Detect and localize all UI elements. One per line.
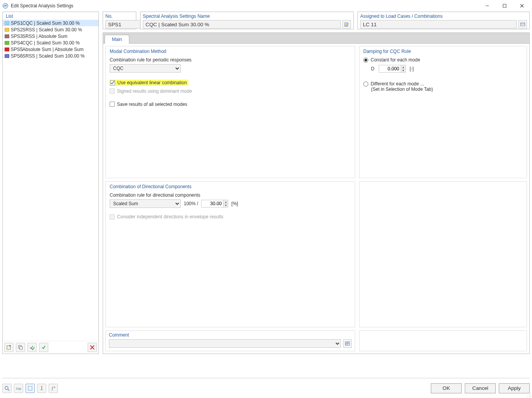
apply-button[interactable]: Apply [499, 383, 530, 393]
list-item[interactable]: SPS3SRSS | Absolute Sum [3, 33, 98, 39]
list-item-desc: CQC | Scaled Sum 30.00 % [22, 40, 97, 46]
assigned-browse-icon[interactable] [518, 20, 527, 29]
new-item-icon[interactable] [4, 343, 14, 352]
ratio-static-label: 100% / [184, 201, 198, 206]
svg-point-14 [530, 393, 531, 394]
close-button[interactable] [513, 0, 530, 11]
svg-point-19 [527, 396, 528, 397]
periodic-rule-select[interactable]: CQC [110, 64, 181, 73]
list-item-code: SPS4 [11, 40, 22, 46]
model-icon[interactable] [37, 384, 46, 393]
delete-icon[interactable] [88, 343, 97, 352]
check-icon[interactable] [39, 343, 48, 352]
assigned-input[interactable] [360, 20, 517, 29]
comment-title: Comment [109, 332, 352, 338]
list-item[interactable]: SPS4CQC | Scaled Sum 30.00 % [3, 39, 98, 46]
damping-different-label: Different for each mode ... [371, 81, 424, 87]
copy-item-icon[interactable] [16, 343, 25, 352]
edit-name-icon[interactable] [342, 20, 351, 29]
svg-rect-11 [28, 386, 32, 390]
directional-group-title: Combination of Directional Components [110, 184, 351, 189]
damping-different-radio[interactable] [363, 82, 368, 87]
spin-down-icon[interactable]: ▼ [223, 204, 228, 208]
list-item[interactable]: SPS6SRSS | Scaled Sum 100.00 % [3, 53, 98, 59]
damping-d-label: D [371, 66, 375, 71]
signed-results-label: Signed results using dominant mode [117, 88, 192, 94]
spin-down-icon[interactable]: ▼ [401, 69, 405, 73]
list-item[interactable]: SPS1CQC | Scaled Sum 30.00 % [3, 20, 98, 26]
modal-group-title: Modal Combination Method [110, 49, 351, 54]
save-modes-checkbox[interactable] [110, 102, 115, 107]
periodic-rule-label: Combination rule for periodic responses [110, 57, 351, 63]
svg-point-8 [5, 386, 8, 389]
svg-text:ƒ: ƒ [51, 386, 54, 391]
app-icon [2, 3, 8, 9]
list-item-code: SPS1 [11, 20, 22, 26]
window-title: Edit Spectral Analysis Settings [11, 3, 73, 9]
ratio-stepper[interactable]: ▲▼ [201, 200, 228, 208]
color-swatch [5, 41, 9, 45]
frame-icon[interactable] [25, 384, 35, 393]
list-item-desc: Absolute Sum | Absolute Sum [22, 47, 97, 52]
comment-combo[interactable] [109, 339, 341, 348]
list-item-code: SPS2 [11, 27, 22, 32]
comment-edit-icon[interactable] [343, 339, 352, 348]
color-swatch [5, 28, 9, 32]
tab-main[interactable]: Main [105, 35, 129, 44]
list-item-desc: SRSS | Absolute Sum [22, 34, 97, 39]
list-item-code: SPS3 [11, 34, 22, 39]
save-modes-label: Save results of all selected modes [117, 102, 187, 107]
ok-button[interactable]: OK [431, 383, 462, 393]
color-swatch [5, 21, 9, 25]
damping-d-stepper[interactable]: ▲▼ [379, 65, 406, 73]
list-header: List [3, 12, 98, 20]
empty-panel [359, 181, 527, 327]
list-item[interactable]: SPS5Absolute Sum | Absolute Sum [3, 46, 98, 53]
resize-grip-icon[interactable] [527, 393, 532, 398]
use-equivalent-label: Use equivalent linear combination [117, 80, 187, 85]
list-item-desc: SRSS | Scaled Sum 100.00 % [22, 53, 97, 59]
no-label: No. [105, 14, 134, 19]
use-equivalent-checkbox[interactable] [110, 80, 115, 85]
svg-rect-6 [521, 23, 525, 26]
assigned-label: Assigned to Load Cases / Combinations [360, 14, 527, 19]
damping-group-title: Damping for CQC Rule [363, 49, 523, 54]
consider-independent-label: Consider independent directions in envel… [117, 214, 224, 219]
settings-list[interactable]: SPS1CQC | Scaled Sum 30.00 %SPS2SRSS | S… [3, 20, 98, 341]
color-swatch [5, 48, 9, 51]
name-input[interactable] [143, 20, 341, 29]
svg-point-18 [529, 396, 530, 397]
damping-d-input[interactable] [379, 65, 401, 72]
color-swatch [5, 34, 9, 38]
function-icon[interactable]: ƒ [49, 384, 58, 393]
list-item-desc: SRSS | Scaled Sum 30.00 % [22, 27, 97, 32]
directional-rule-label: Combination rule for directional compone… [110, 192, 351, 198]
directional-rule-select[interactable]: Scaled Sum [110, 199, 181, 208]
svg-point-15 [530, 395, 531, 396]
list-item-code: SPS5 [11, 47, 22, 52]
color-swatch [5, 54, 9, 58]
ratio-unit: [%] [231, 201, 238, 206]
maximize-button[interactable] [496, 0, 513, 11]
svg-point-16 [530, 396, 531, 397]
list-item[interactable]: SPS2SRSS | Scaled Sum 30.00 % [3, 26, 98, 33]
ratio-input[interactable] [202, 200, 223, 207]
signed-results-checkbox [110, 88, 115, 94]
cancel-button[interactable]: Cancel [465, 383, 496, 393]
svg-rect-4 [20, 347, 22, 349]
name-label: Spectral Analysis Settings Name [143, 14, 351, 19]
svg-rect-1 [503, 4, 506, 7]
spin-up-icon[interactable]: ▲ [401, 65, 405, 69]
consider-independent-checkbox [110, 214, 115, 219]
damping-constant-radio[interactable] [363, 58, 368, 63]
damping-d-unit: [-] [410, 66, 414, 71]
damping-different-sub: (Set in Selection of Mode Tab) [371, 87, 523, 92]
search-icon[interactable] [2, 384, 12, 393]
list-item-code: SPS6 [11, 53, 22, 59]
units-icon[interactable]: 0,00 [14, 384, 23, 393]
check-all-icon[interactable] [27, 343, 37, 352]
list-item-desc: CQC | Scaled Sum 30.00 % [22, 20, 97, 26]
svg-point-12 [41, 386, 42, 387]
spin-up-icon[interactable]: ▲ [223, 200, 228, 204]
minimize-button[interactable] [478, 0, 496, 11]
